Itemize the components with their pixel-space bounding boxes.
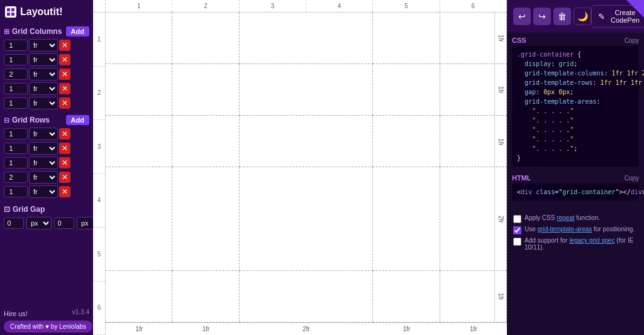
checkbox-repeat[interactable] [513,215,521,223]
grid-columns-label: ⊞ Grid Columns [4,27,62,36]
repeat-link[interactable]: repeat [557,214,574,221]
remove-column-2[interactable]: ✕ [59,54,70,65]
gap-v-input[interactable] [54,217,74,229]
cell-3-3[interactable] [240,116,374,167]
row-unit-2[interactable]: frpx%emauto [29,142,58,155]
add-row-button[interactable]: Add [66,115,89,125]
cell-1-1[interactable] [106,13,172,64]
checkbox-item-3: Add support for legacy grid spec (for IE… [513,237,638,251]
html-section: HTML Copy <div class="grid-container"></… [507,170,644,204]
row-value-1[interactable] [4,128,28,140]
ruler-left-4: 4 [93,174,105,228]
remove-row-5[interactable]: ✕ [59,186,70,197]
trash-button[interactable]: 🗑 [553,8,571,25]
hire-text: Hire us! [4,310,28,317]
row-value-5[interactable] [4,186,28,197]
column-unit-5[interactable]: frpx%emauto [29,97,58,109]
remove-column-5[interactable]: ✕ [59,97,70,109]
cell-2-3[interactable] [240,64,374,116]
column-value-5[interactable] [4,97,28,109]
svg-rect-1 [11,8,14,11]
cell-3-1[interactable] [106,116,172,167]
row-list: frpx%emauto ✕ frpx%emauto ✕ frpx%emauto … [4,128,89,200]
theme-button[interactable]: 🌙 [574,8,591,25]
svg-rect-2 [7,13,10,16]
gap-h-unit[interactable]: pxemrem [26,217,52,229]
grid-template-areas-link[interactable]: grid-template-areas [538,226,592,233]
checkbox-grid-template-areas[interactable] [513,226,521,234]
gap-h-input[interactable] [4,217,24,229]
cell-2-1[interactable] [106,64,172,116]
cell-1-2[interactable] [172,13,239,64]
column-unit-1[interactable]: frpx%emauto [29,39,58,52]
ruler-left-2: 2 [93,67,105,121]
cell-5-2[interactable] [172,271,239,322]
cell-5-1[interactable] [106,271,172,322]
column-value-4[interactable] [4,83,28,94]
bottom-label-4: 1fr [373,322,440,335]
remove-row-1[interactable]: ✕ [59,128,70,140]
remove-column-3[interactable]: ✕ [59,69,70,80]
column-list: frpx%emauto ✕ frpx%emauto ✕ frpx%emauto … [4,39,89,111]
cell-4-1[interactable] [106,167,172,270]
column-unit-3[interactable]: frpx%emauto [29,68,58,80]
cell-4-3[interactable] [240,167,374,270]
ruler-top-0 [93,0,106,12]
column-value-2[interactable] [4,54,28,65]
column-row-2: frpx%emauto ✕ [4,53,89,66]
cell-4-2[interactable] [172,167,239,270]
ruler-top-1: 1 [106,0,172,12]
cell-2-2[interactable] [172,64,239,116]
cell-1-3[interactable] [240,13,374,64]
rows-icon: ⊟ [4,116,9,124]
cell-3-2[interactable] [172,116,239,167]
row-value-3[interactable] [4,157,28,168]
codepen-icon: ✎ [598,12,605,21]
column-value-3[interactable] [4,69,28,80]
grid-content[interactable] [106,13,507,322]
cell-4-4[interactable] [373,167,440,270]
remove-row-4[interactable]: ✕ [59,172,70,183]
row-unit-5[interactable]: frpx%emauto [29,185,58,198]
row-value-2[interactable] [4,143,28,154]
remove-column-1[interactable]: ✕ [59,40,70,51]
column-row-4: frpx%emauto ✕ [4,82,89,95]
cell-1-4[interactable] [373,13,440,64]
row-unit-3[interactable]: frpx%emauto [29,157,58,169]
add-column-button[interactable]: Add [66,26,89,36]
column-unit-2[interactable]: frpx%emauto [29,53,58,66]
cell-5-4[interactable] [373,271,440,322]
cell-3-4[interactable] [373,116,440,167]
grid-canvas[interactable]: 1 2 3 4 5 6 1 2 3 4 5 6 [93,0,507,335]
remove-column-4[interactable]: ✕ [59,83,70,94]
row-value-4[interactable] [4,172,28,183]
remove-row-3[interactable]: ✕ [59,157,70,168]
redo-button[interactable]: ↪ [533,8,551,25]
cell-5-3[interactable] [240,271,374,322]
grid-gap-section: ⊡ Grid Gap pxemrem pxemrem [4,205,89,229]
grid-rows-section-header: ⊟ Grid Rows Add [4,115,89,125]
app-title-text: Layoutit! [20,6,63,18]
crafted-button[interactable]: Crafted with ♥ by Leniolabs [4,321,92,332]
row-unit-1[interactable]: frpx%emauto [29,128,58,140]
undo-button[interactable]: ↩ [513,8,531,25]
column-unit-4[interactable]: frpx%emauto [29,82,58,95]
row-row-1: frpx%emauto ✕ [4,128,89,140]
remove-row-2[interactable]: ✕ [59,143,70,154]
checkbox-legacy[interactable] [513,238,521,246]
cell-2-4[interactable] [373,64,440,116]
legacy-grid-link[interactable]: legacy grid spec [569,237,614,244]
gap-inputs: pxemrem pxemrem [4,217,89,229]
column-value-1[interactable] [4,40,28,51]
toolbar-left-buttons: ↩ ↪ 🗑 🌙 [513,8,591,25]
html-copy-button[interactable]: Copy [625,175,639,182]
ruler-top-3: 3 [240,0,306,12]
ruler-left-5: 5 [93,228,105,282]
css-copy-button[interactable]: Copy [625,37,639,44]
html-label: HTML [512,174,531,182]
right-label-4: 2fr [494,167,507,270]
row-unit-4[interactable]: frpx%emauto [29,171,58,184]
ruler-top-6: 6 [440,0,507,12]
gap-v-unit[interactable]: pxemrem [77,217,93,229]
css-code-block: .grid-container { display: grid; grid-te… [512,46,639,167]
